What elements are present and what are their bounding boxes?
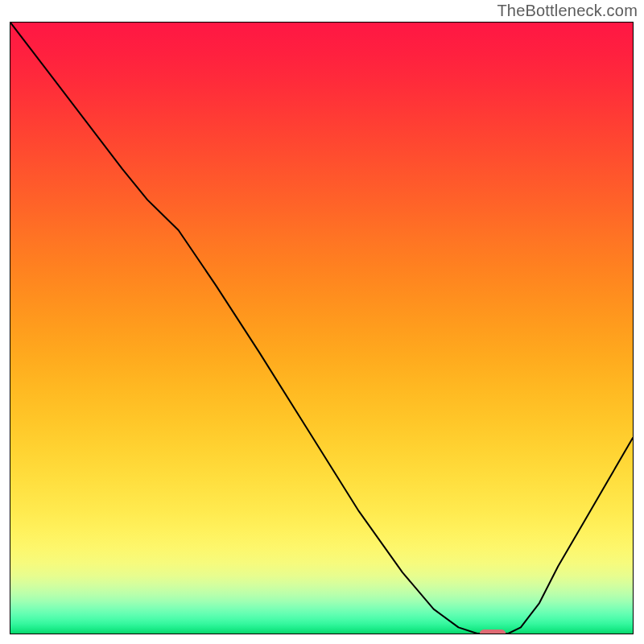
marker-pill: [480, 630, 506, 634]
chart-canvas: [10, 23, 633, 634]
watermark-text: TheBottleneck.com: [497, 2, 638, 20]
chart-frame: [10, 22, 634, 634]
gradient-background: [10, 23, 633, 634]
